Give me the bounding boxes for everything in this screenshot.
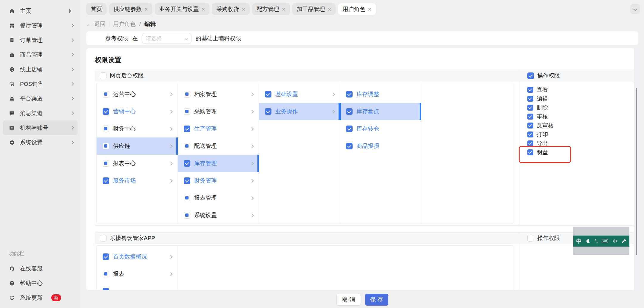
checkbox-chk[interactable]	[184, 177, 190, 184]
tab-采购收货[interactable]: 采购收货×	[212, 3, 250, 15]
checkbox-chk[interactable]	[184, 126, 190, 132]
tree-item-服务市场[interactable]: 服务市场	[97, 172, 177, 189]
tree-item-运营中心[interactable]: 运营中心	[97, 86, 177, 103]
sidebar-item-帮助中心[interactable]: ?帮助中心	[3, 276, 78, 290]
tree-item-系统设置[interactable]: 系统设置	[178, 207, 259, 224]
tree-item-档案管理[interactable]: 档案管理	[178, 86, 259, 103]
tree-item-报表中心[interactable]: 报表中心	[97, 155, 177, 172]
checkbox-chk[interactable]	[527, 140, 533, 146]
tree-item-商品报损[interactable]: 商品报损	[340, 137, 421, 155]
checkbox-ind[interactable]	[103, 143, 109, 149]
ops-item-编辑[interactable]: 编辑	[527, 94, 634, 103]
ops-item-导出[interactable]: 导出	[527, 139, 634, 148]
checkbox-ind[interactable]	[184, 91, 190, 97]
tab-业务开关与设置[interactable]: 业务开关与设置×	[155, 3, 210, 15]
tab-首页[interactable]: 首页	[86, 3, 106, 15]
tree-item-库存管理[interactable]: 库存管理	[178, 155, 259, 172]
checkbox-ind[interactable]	[103, 126, 109, 132]
tree-item-业务操作[interactable]: 业务操作	[259, 103, 340, 120]
wrench-icon[interactable]	[621, 239, 626, 244]
tree-item-基础设置[interactable]: 基础设置	[259, 86, 340, 103]
chinese-mode-icon[interactable]: 中	[576, 238, 582, 245]
checkbox-chk[interactable]	[527, 131, 533, 137]
tab-配方管理[interactable]: 配方管理×	[252, 3, 290, 15]
keyboard-icon[interactable]	[602, 239, 608, 244]
close-icon[interactable]: ×	[368, 6, 371, 12]
checkbox-ind[interactable]	[103, 91, 109, 97]
close-icon[interactable]: ×	[282, 6, 285, 12]
checkbox-chk[interactable]	[346, 108, 353, 115]
checkbox-chk[interactable]	[103, 108, 109, 115]
sidebar-item-机构与账号[interactable]: 机构与账号	[3, 120, 78, 135]
tab-overflow-button[interactable]	[630, 4, 640, 14]
lang-toggle-icon[interactable]	[612, 239, 617, 244]
tree-item-首页数据概况[interactable]: 首页数据概况	[97, 248, 177, 265]
checkbox-ind[interactable]	[184, 212, 190, 219]
tree-item-报表管理[interactable]: 报表管理	[178, 189, 259, 207]
punctuation-icon[interactable]: °,	[594, 239, 597, 244]
checkbox-un[interactable]	[527, 235, 534, 242]
ops-item-反审核[interactable]: 反审核	[527, 121, 634, 130]
checkbox-chk[interactable]	[527, 105, 533, 111]
sidebar-item-系统更新[interactable]: 系统更新新	[3, 290, 78, 305]
tree-item-clipped[interactable]: ⋯⋯	[97, 283, 177, 290]
sidebar-item-POS销售[interactable]: POS销售	[3, 77, 78, 91]
sidebar-item-系统设置[interactable]: 系统设置	[3, 135, 78, 150]
close-icon[interactable]: ×	[202, 6, 205, 12]
tab-供应链参数[interactable]: 供应链参数×	[109, 3, 152, 15]
checkbox-chk[interactable]	[103, 253, 109, 260]
checkbox-chk[interactable]	[527, 72, 534, 79]
ops-item-查看[interactable]: 查看	[527, 85, 634, 94]
tree-item-财务中心[interactable]: 财务中心	[97, 120, 177, 137]
cancel-button[interactable]: 取 消	[336, 294, 361, 306]
sidebar-item-线上店铺[interactable]: 线上店铺	[3, 62, 78, 77]
checkbox-chk[interactable]	[527, 87, 533, 93]
tree-item-库存调整[interactable]: 库存调整	[340, 86, 421, 103]
tree-item-财务管理[interactable]: 财务管理	[178, 172, 259, 189]
tree-item-报表[interactable]: 报表	[97, 265, 177, 283]
checkbox-ind[interactable]	[184, 108, 190, 115]
sidebar-item-订单管理[interactable]: 订单管理	[3, 33, 78, 47]
tab-加工品管理[interactable]: 加工品管理×	[292, 3, 336, 15]
tree-item-生产管理[interactable]: 生产管理	[178, 120, 259, 137]
checkbox-chk[interactable]	[527, 149, 533, 155]
sidebar-item-在线客服[interactable]: 在线客服	[3, 261, 78, 276]
checkbox-chk[interactable]	[346, 143, 353, 149]
tree-item-营销中心[interactable]: 营销中心	[97, 103, 177, 120]
checkbox-ind[interactable]	[103, 160, 109, 167]
sidebar-item-商品管理[interactable]: 商品管理	[3, 47, 78, 62]
checkbox-ind[interactable]	[184, 195, 190, 201]
checkbox-chk[interactable]	[346, 126, 353, 132]
ops-item-打印[interactable]: 打印	[527, 130, 634, 139]
checkbox-ind[interactable]	[184, 143, 190, 149]
tab-用户角色[interactable]: 用户角色×	[338, 3, 376, 15]
checkbox-chk[interactable]	[103, 177, 109, 184]
sidebar-item-消息渠道[interactable]: 消息渠道	[3, 106, 78, 120]
checkbox-chk[interactable]	[184, 160, 190, 167]
sidebar-item-平台渠道[interactable]: 平台渠道	[3, 91, 78, 106]
close-icon[interactable]: ×	[242, 6, 245, 12]
checkbox-chk[interactable]	[527, 96, 533, 102]
ops-item-删除[interactable]: 删除	[527, 103, 634, 112]
sidebar-item-餐厅管理[interactable]: 餐厅管理	[3, 18, 78, 33]
collapse-sidebar-icon[interactable]	[67, 8, 73, 14]
panel-scrollbar-thumb[interactable]	[636, 88, 637, 255]
tree-item-配送管理[interactable]: 配送管理	[178, 137, 259, 155]
close-icon[interactable]: ×	[144, 6, 148, 12]
close-icon[interactable]: ×	[328, 6, 331, 12]
sidebar-item-主页[interactable]: 主页	[3, 4, 78, 18]
checkbox-un[interactable]	[100, 72, 106, 79]
save-button[interactable]: 保 存	[365, 294, 388, 306]
back-button[interactable]: ← 返回	[86, 20, 106, 28]
checkbox-chk[interactable]	[346, 91, 353, 97]
tree-item-库存盘点[interactable]: 库存盘点	[340, 103, 421, 120]
tree-item-库存转仓[interactable]: 库存转仓	[340, 120, 421, 137]
half-width-moon-icon[interactable]	[586, 239, 591, 244]
checkbox-un[interactable]	[100, 235, 106, 242]
tree-item-供应链[interactable]: 供应链	[97, 137, 177, 155]
checkbox-chk[interactable]	[265, 108, 271, 115]
ops-item-明盘[interactable]: 明盘	[527, 148, 634, 157]
checkbox-ind[interactable]	[103, 271, 109, 277]
ops-item-审核[interactable]: 审核	[527, 112, 634, 121]
checkbox-chk[interactable]	[527, 114, 533, 120]
